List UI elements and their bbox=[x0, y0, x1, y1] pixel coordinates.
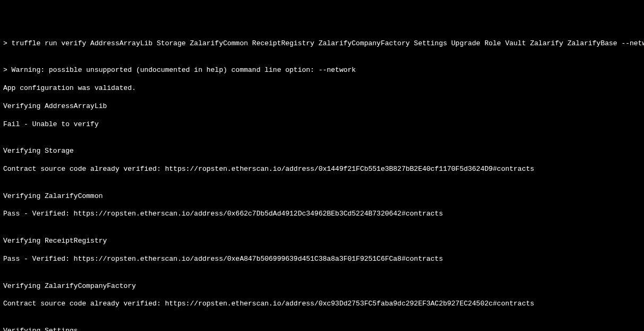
result-line: Contract source code already verified: h… bbox=[3, 300, 641, 309]
result-line: Fail - Unable to verify bbox=[3, 120, 641, 129]
verifying-line: Verifying AddressArrayLib bbox=[3, 102, 641, 111]
verifying-line: Verifying Settings bbox=[3, 327, 641, 331]
verifying-line: Verifying ZalarifyCommon bbox=[3, 192, 641, 201]
result-line: Contract source code already verified: h… bbox=[3, 165, 641, 174]
config-validated-line: App configuration was validated. bbox=[3, 84, 641, 93]
verifying-line: Verifying Storage bbox=[3, 147, 641, 156]
result-line: Pass - Verified: https://ropsten.ethersc… bbox=[3, 210, 641, 219]
warning-line: > Warning: possible unsupported (undocum… bbox=[3, 66, 641, 75]
result-line: Pass - Verified: https://ropsten.ethersc… bbox=[3, 255, 641, 264]
command-line: > truffle run verify AddressArrayLib Sto… bbox=[3, 39, 641, 48]
verifying-line: Verifying ZalarifyCompanyFactory bbox=[3, 282, 641, 291]
verifying-line: Verifying ReceiptRegistry bbox=[3, 237, 641, 246]
